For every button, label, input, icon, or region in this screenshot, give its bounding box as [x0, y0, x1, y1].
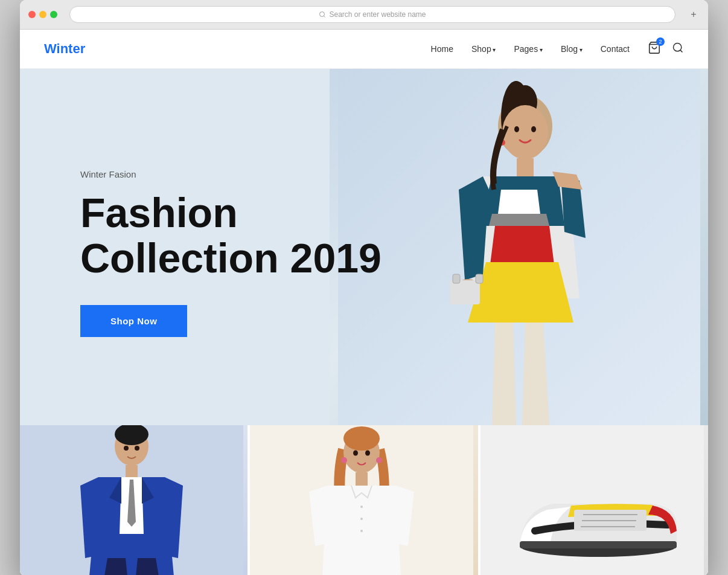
nav-item-contact[interactable]: Contact: [601, 43, 630, 54]
svg-point-30: [360, 530, 363, 532]
men-category-image: [20, 425, 243, 575]
hero-model-illustration: [338, 69, 700, 425]
svg-point-9: [502, 105, 548, 159]
svg-point-3: [674, 43, 682, 51]
shop-now-button[interactable]: Shop Now: [80, 305, 187, 337]
svg-point-32: [376, 457, 382, 463]
category-card-shoes[interactable]: [481, 425, 708, 575]
svg-line-4: [680, 50, 683, 53]
address-bar[interactable]: Search or enter website name: [69, 6, 675, 23]
svg-rect-41: [520, 541, 677, 548]
svg-point-28: [360, 506, 363, 508]
nav-link-shop[interactable]: Shop: [471, 44, 496, 54]
svg-rect-15: [453, 274, 460, 283]
site-logo[interactable]: Winter: [44, 41, 85, 57]
hero-section: Winter Fasion Fashion Collection 2019 Sh…: [20, 69, 708, 425]
svg-rect-27: [356, 472, 368, 486]
nav-item-shop[interactable]: Shop: [471, 43, 496, 54]
search-icon: [319, 11, 326, 18]
address-bar-text: Search or enter website name: [329, 10, 426, 19]
women-category-image: [250, 425, 473, 575]
nav-item-pages[interactable]: Pages: [514, 43, 542, 54]
svg-point-11: [531, 126, 536, 132]
nav-links: Home Shop Pages Blog Contact: [431, 43, 630, 54]
categories-strip: [20, 425, 708, 575]
svg-rect-16: [476, 274, 483, 283]
new-tab-button[interactable]: +: [688, 8, 700, 21]
nav-link-blog[interactable]: Blog: [561, 44, 583, 54]
hero-title-line1: Fashion: [80, 190, 238, 236]
minimize-button[interactable]: [39, 11, 46, 18]
svg-point-33: [353, 451, 358, 456]
svg-line-1: [324, 16, 325, 17]
cart-badge: 2: [656, 37, 665, 46]
close-button[interactable]: [28, 11, 36, 18]
svg-rect-21: [126, 465, 138, 477]
hero-subtitle: Winter Fasion: [80, 169, 382, 179]
cart-button[interactable]: 2: [648, 41, 661, 57]
window-controls: [28, 11, 57, 18]
svg-rect-12: [517, 158, 534, 176]
nav-item-blog[interactable]: Blog: [561, 43, 583, 54]
nav-link-home[interactable]: Home: [431, 44, 453, 54]
svg-point-26: [343, 426, 380, 451]
nav-item-home[interactable]: Home: [431, 43, 453, 54]
svg-point-22: [124, 446, 129, 451]
svg-point-29: [360, 518, 363, 520]
navbar: Winter Home Shop Pages Blog Contact: [20, 30, 708, 69]
hero-title-line2: Collection 2019: [80, 235, 382, 281]
category-card-men[interactable]: [20, 425, 250, 575]
svg-point-0: [320, 12, 325, 17]
browser-window: Search or enter website name + Winter Ho…: [20, 0, 708, 575]
svg-point-34: [365, 451, 370, 456]
svg-point-31: [341, 457, 347, 463]
search-icon: [672, 42, 684, 54]
search-button[interactable]: [672, 42, 684, 56]
hero-image: [330, 69, 708, 425]
hero-title: Fashion Collection 2019: [80, 190, 382, 281]
shoes-category-image: [481, 425, 704, 575]
browser-toolbar: Search or enter website name +: [20, 0, 708, 30]
nav-link-pages[interactable]: Pages: [514, 44, 542, 54]
svg-point-10: [514, 126, 519, 132]
category-card-women[interactable]: [250, 425, 480, 575]
hero-content: Winter Fasion Fashion Collection 2019 Sh…: [20, 157, 382, 337]
svg-point-23: [135, 446, 139, 451]
maximize-button[interactable]: [50, 11, 57, 18]
svg-rect-14: [450, 280, 480, 304]
site-content: Winter Home Shop Pages Blog Contact: [20, 30, 708, 575]
nav-icons: 2: [648, 41, 684, 57]
nav-link-contact[interactable]: Contact: [601, 44, 630, 54]
